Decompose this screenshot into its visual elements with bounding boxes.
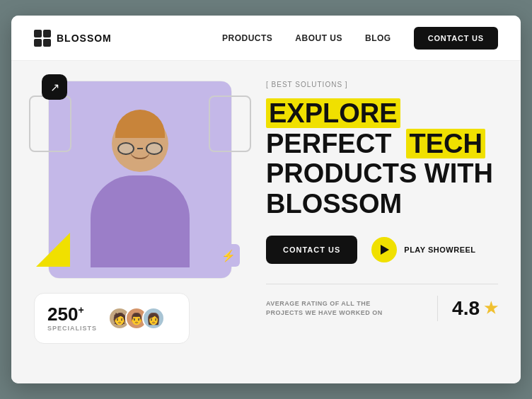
divider-line xyxy=(266,284,498,284)
stats-text: 250+ SPECIALISTS xyxy=(47,305,97,332)
play-circle[interactable] xyxy=(371,237,397,262)
tagline: [ BEST SOLUTIONS ] xyxy=(266,81,498,88)
yellow-triangle xyxy=(36,233,70,267)
rating-value: 4.8 ★ xyxy=(452,297,498,320)
headline-explore: EXPLORE xyxy=(266,98,400,128)
person-smile xyxy=(130,151,150,159)
person-body xyxy=(91,175,190,267)
stat-label: SPECIALISTS xyxy=(47,325,97,332)
play-button-area[interactable]: PLAY SHOWREEL xyxy=(371,237,475,262)
stats-card: 250+ SPECIALISTS 🧑 👨 👩 xyxy=(34,293,190,344)
nav-blog[interactable]: BLOG xyxy=(365,33,391,43)
avatar-3: 👩 xyxy=(142,307,165,330)
arrow-icon: ↗ xyxy=(50,81,59,94)
right-column: [ BEST SOLUTIONS ] EXPLORE PERFECT TECH … xyxy=(252,61,521,383)
card-outline-left xyxy=(29,96,71,152)
flash-badge: ⚡ xyxy=(217,244,240,267)
play-triangle-icon xyxy=(381,245,389,255)
person-hair xyxy=(115,110,165,138)
hero-headline: EXPLORE PERFECT TECH PRODUCTS WITH BLOSS… xyxy=(266,98,498,219)
hero-buttons: CONTACT US PLAY SHOWREEL xyxy=(266,236,498,264)
logo-icon xyxy=(34,30,51,47)
hero-card: ↗ xyxy=(48,81,232,279)
headline-perfect: PERFECT xyxy=(266,129,391,158)
star-icon: ★ xyxy=(484,299,498,318)
nav-links: PRODUCTS ABOUT US BLOG xyxy=(222,33,391,43)
glass-bridge xyxy=(137,148,143,149)
nav-products[interactable]: PRODUCTS xyxy=(222,33,272,43)
main-content: ↗ xyxy=(11,61,521,383)
headline-products: PRODUCTS WITH xyxy=(266,158,493,188)
rating-description: AVERAGE RATING OF ALL THE PROJECTS WE HA… xyxy=(266,299,423,318)
avatar-face-3: 👩 xyxy=(144,308,163,328)
navbar-contact-button[interactable]: CONTACT US xyxy=(414,27,498,50)
headline-blossom: BLOSSOM xyxy=(266,189,402,219)
rating-number: 4.8 xyxy=(452,297,480,320)
navbar: BLOSSOM PRODUCTS ABOUT US BLOG CONTACT U… xyxy=(11,16,521,61)
left-column: ↗ xyxy=(11,61,252,383)
person-figure xyxy=(76,94,204,278)
nav-about[interactable]: ABOUT US xyxy=(295,33,342,43)
person-head xyxy=(112,115,168,172)
headline-tech: TECH xyxy=(406,129,485,158)
rating-row: AVERAGE RATING OF ALL THE PROJECTS WE HA… xyxy=(266,296,498,321)
arrow-button[interactable]: ↗ xyxy=(42,74,67,100)
logo-text: BLOSSOM xyxy=(57,33,112,44)
stat-number: 250+ xyxy=(47,305,97,323)
avatar-group: 🧑 👨 👩 xyxy=(108,307,165,330)
logo-area: BLOSSOM xyxy=(34,30,112,47)
hero-cta-button[interactable]: CONTACT US xyxy=(266,236,357,264)
rating-divider xyxy=(437,296,438,321)
browser-window: BLOSSOM PRODUCTS ABOUT US BLOG CONTACT U… xyxy=(11,16,521,383)
hero-card-inner xyxy=(49,81,231,278)
flash-icon: ⚡ xyxy=(221,249,236,262)
card-outline-right xyxy=(209,96,251,152)
play-label: PLAY SHOWREEL xyxy=(404,245,475,254)
